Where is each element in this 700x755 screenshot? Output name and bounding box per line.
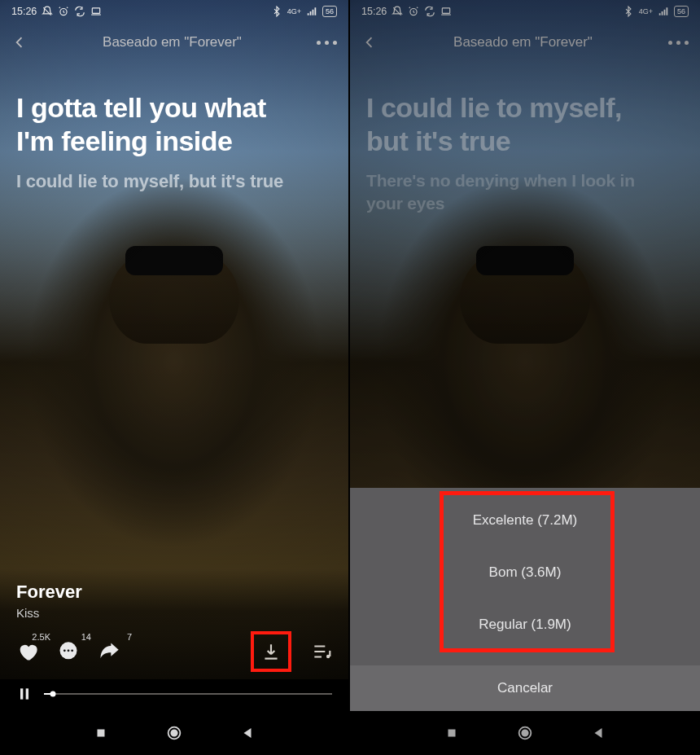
progress-bar[interactable] — [44, 693, 332, 695]
screenshot-left: 15:26 4G+ 56 Baseado em "Forever" I gott… — [0, 0, 350, 755]
status-time: 15:26 — [11, 6, 37, 17]
svg-rect-7 — [20, 688, 23, 699]
like-button[interactable]: 2.5K — [16, 640, 39, 663]
battery-indicator: 56 — [322, 6, 337, 17]
comment-icon — [57, 640, 80, 663]
svg-point-11 — [171, 730, 177, 735]
nav-back-icon[interactable] — [240, 726, 255, 740]
highlight-download — [251, 631, 291, 672]
back-icon[interactable] — [11, 34, 28, 50]
quality-option-good[interactable]: Bom (3.6M) — [350, 546, 700, 599]
system-nav — [0, 711, 348, 755]
signal-icon — [306, 6, 317, 17]
page-title: Baseado em "Forever" — [103, 34, 242, 50]
progress-row — [16, 685, 332, 703]
like-count: 2.5K — [32, 632, 50, 642]
heart-icon — [16, 640, 39, 663]
screenshot-right: 15:26 4G+ 56 Baseado em "Forever" I coul… — [350, 0, 700, 755]
quality-option-excellent[interactable]: Excelente (7.2M) — [350, 494, 700, 546]
share-button[interactable]: 7 — [98, 640, 120, 663]
share-icon — [98, 640, 120, 663]
svg-point-3 — [63, 649, 66, 652]
status-bar: 15:26 4G+ 56 — [0, 0, 348, 23]
share-count: 7 — [127, 632, 132, 642]
svg-point-4 — [68, 649, 70, 652]
svg-rect-1 — [93, 8, 100, 13]
nav-recent-icon[interactable] — [94, 726, 108, 740]
sync-icon — [74, 6, 85, 17]
comment-button[interactable]: 14 — [57, 640, 80, 663]
player-panel: Forever Kiss 2.5K 14 7 — [0, 568, 348, 711]
svg-rect-8 — [26, 688, 28, 699]
lyric-current: I gotta tell you what I'm feeling inside — [16, 91, 309, 158]
nav-home-icon[interactable] — [165, 724, 183, 742]
quality-sheet: Excelente (7.2M) Bom (3.6M) Regular (1.9… — [350, 488, 700, 711]
network-type: 4G+ — [287, 7, 301, 15]
svg-rect-9 — [98, 730, 105, 737]
dnd-icon — [42, 6, 53, 17]
song-title[interactable]: Forever — [16, 582, 332, 603]
pause-icon[interactable] — [16, 685, 33, 703]
cancel-button[interactable]: Cancelar — [350, 665, 700, 711]
song-artist[interactable]: Kiss — [16, 606, 332, 620]
bluetooth-icon — [271, 6, 282, 17]
comment-count: 14 — [81, 632, 91, 642]
more-icon[interactable] — [317, 41, 337, 45]
alarm-icon — [58, 6, 69, 17]
lyric-next: I could lie to myself, but it's true — [16, 169, 309, 194]
lyrics-view[interactable]: I gotta tell you what I'm feeling inside… — [0, 59, 326, 193]
svg-point-5 — [71, 649, 73, 652]
laptop-icon — [90, 6, 102, 17]
download-icon[interactable] — [260, 641, 282, 662]
quality-option-regular[interactable]: Regular (1.9M) — [350, 599, 700, 651]
queue-icon[interactable] — [311, 641, 332, 662]
title-bar: Baseado em "Forever" — [0, 23, 348, 59]
